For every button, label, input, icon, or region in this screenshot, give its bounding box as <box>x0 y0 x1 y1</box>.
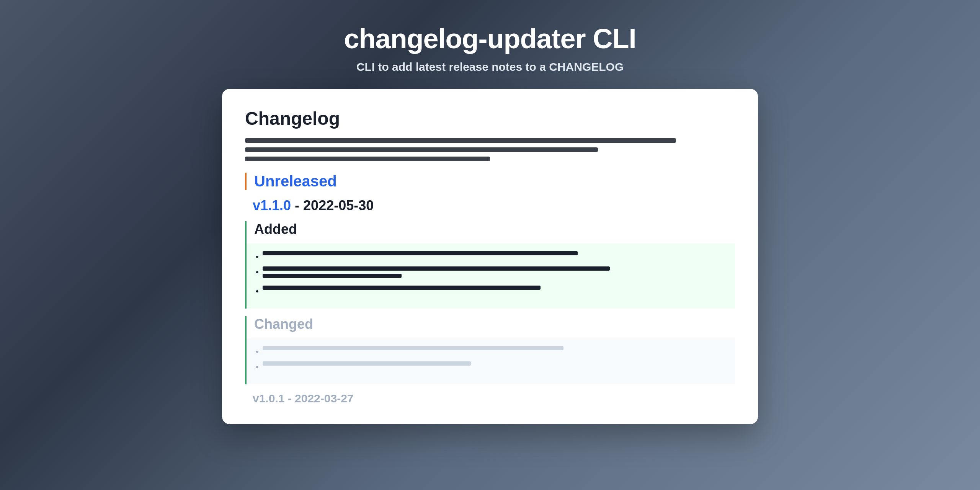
added-item-3: • <box>256 286 726 296</box>
unreleased-section: Unreleased <box>245 173 735 190</box>
unreleased-label: Unreleased <box>254 173 735 190</box>
changed-wrapper: Changed • • <box>245 316 735 384</box>
page-title: changelog-updater CLI <box>344 23 636 54</box>
page-subtitle: CLI to add latest release notes to a CHA… <box>344 60 636 74</box>
changed-bullet-2: • <box>256 362 259 372</box>
placeholder-line-1 <box>245 138 676 143</box>
version-110-date: - 2022-05-30 <box>295 198 374 213</box>
placeholder-line-2 <box>245 147 598 152</box>
added-item-1-text <box>263 251 726 258</box>
added-item-1: • <box>256 251 726 262</box>
changed-placeholder-2 <box>263 361 471 366</box>
added-item-2: • <box>256 266 726 281</box>
version-110-line: v1.1.0 - 2022-05-30 <box>245 198 735 214</box>
changed-item-2: • <box>256 361 726 372</box>
added-content: • • • <box>247 243 735 309</box>
changed-header: Changed <box>247 316 735 332</box>
added-item-3-text <box>263 286 726 293</box>
added-section: Added • • • <box>245 221 735 309</box>
added-placeholder-2a <box>263 266 610 271</box>
description-placeholder <box>245 138 735 161</box>
changed-placeholder-1 <box>263 346 564 350</box>
added-placeholder-3a <box>263 286 541 290</box>
bullet-icon-2: • <box>256 267 259 277</box>
added-header: Added <box>247 221 735 237</box>
changelog-card: Changelog Unreleased v1.1.0 - 2022-05-30… <box>222 89 758 424</box>
added-item-2-text <box>263 266 726 281</box>
version-101-line: v1.0.1 - 2022-03-27 <box>245 392 735 405</box>
changed-item-1: • <box>256 346 726 357</box>
changed-bullet-1: • <box>256 347 259 357</box>
bullet-icon-3: • <box>256 286 259 296</box>
page-header: changelog-updater CLI CLI to add latest … <box>344 23 636 74</box>
placeholder-line-3 <box>245 157 490 161</box>
added-placeholder-1a <box>263 251 578 255</box>
version-110-link[interactable]: v1.1.0 <box>253 198 291 213</box>
changelog-title: Changelog <box>245 108 735 129</box>
changed-item-2-text <box>263 361 726 369</box>
changed-content: • • <box>247 338 735 384</box>
changed-item-1-text <box>263 346 726 354</box>
bullet-icon-1: • <box>256 252 259 262</box>
added-placeholder-2b <box>263 274 402 278</box>
